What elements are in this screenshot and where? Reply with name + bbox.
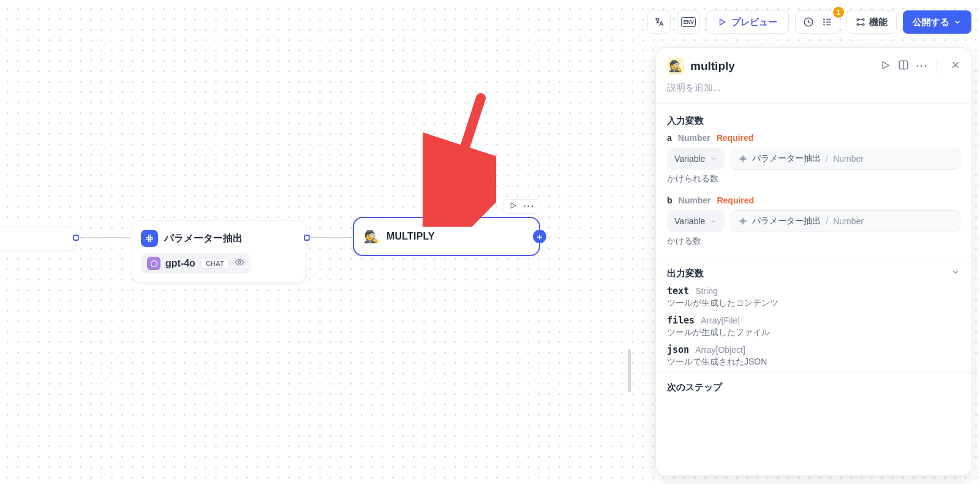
variable-reference-input[interactable]: パラメーター抽出 / Number: [731, 210, 960, 232]
model-icon: [147, 257, 160, 270]
node-toolbar: ···: [502, 199, 541, 214]
svg-point-5: [151, 260, 157, 267]
model-chip[interactable]: gpt-4o CHAT: [141, 253, 251, 274]
notification-badge: 1: [833, 7, 844, 18]
next-step-section: 次のステップ: [656, 373, 971, 412]
svg-point-1: [857, 19, 859, 21]
variable-mode-dropdown[interactable]: Variable: [667, 210, 725, 232]
panel-scrollbar[interactable]: [628, 349, 631, 392]
svg-point-3: [862, 19, 864, 21]
inspector-panel: 🕵️ multiply ··· 説明を追加... 入力変数 a Number R…: [655, 47, 972, 476]
input-help: かける数: [667, 236, 960, 247]
run-node-icon[interactable]: [509, 201, 517, 212]
env-button[interactable]: ENV: [677, 10, 700, 34]
model-name: gpt-4o: [165, 258, 195, 269]
input-row-b: b Number Required Variable パラメーター抽出 / Nu…: [667, 195, 960, 247]
svg-point-6: [238, 261, 241, 263]
outputs-section: 出力変数 textString ツールが生成したコンテンツ filesArray…: [656, 257, 971, 372]
node-parameter-extraction[interactable]: パラメーター抽出 gpt-4o CHAT: [132, 221, 306, 283]
description-input[interactable]: 説明を追加...: [656, 78, 971, 104]
svg-point-4: [862, 24, 864, 26]
add-downstream-button[interactable]: +: [533, 230, 546, 243]
outputs-heading: 出力変数: [667, 268, 704, 279]
variable-mode-dropdown[interactable]: Variable: [667, 148, 725, 170]
annotation-arrow: [423, 92, 496, 227]
edge: [78, 237, 130, 238]
output-text: textString ツールが生成したコンテンツ: [667, 285, 960, 309]
more-node-icon[interactable]: ···: [523, 201, 535, 212]
output-json: jsonArray[Object] ツールで生成されたJSON: [667, 344, 960, 368]
close-icon[interactable]: [951, 60, 960, 72]
node-start[interactable]: [0, 227, 77, 251]
input-row-a: a Number Required Variable パラメーター抽出 / Nu…: [667, 133, 960, 184]
panel-title: multiply: [690, 59, 735, 73]
history-checklist-button[interactable]: 1: [795, 10, 840, 34]
output-files: filesArray[File] ツールが生成したファイル: [667, 315, 960, 338]
publish-button[interactable]: 公開する: [903, 10, 971, 34]
next-step-heading: 次のステップ: [667, 382, 960, 393]
inputs-section: 入力変数 a Number Required Variable パラメーター抽出: [656, 104, 971, 252]
svg-point-2: [857, 24, 859, 26]
node-title: パラメーター抽出: [164, 232, 243, 245]
chat-mode-tag: CHAT: [200, 258, 230, 269]
panel-icon: 🕵️: [667, 58, 684, 75]
input-help: かけられる数: [667, 173, 960, 184]
docs-icon[interactable]: [898, 59, 909, 73]
top-toolbar: ENV プレビュー 1 機能 公開する: [647, 10, 971, 34]
edge: [309, 237, 352, 238]
extraction-icon: [141, 230, 158, 247]
translate-button[interactable]: [647, 10, 671, 34]
node-title: MULTIPLY: [386, 231, 435, 242]
run-icon[interactable]: [880, 60, 891, 73]
variable-reference-input[interactable]: パラメーター抽出 / Number: [731, 148, 960, 170]
visibility-icon: [235, 257, 244, 270]
more-icon[interactable]: ···: [916, 61, 928, 72]
tool-emoji-icon: 🕵️: [364, 229, 379, 244]
features-button[interactable]: 機能: [846, 10, 897, 34]
preview-button[interactable]: プレビュー: [706, 10, 789, 34]
inputs-heading: 入力変数: [667, 115, 960, 127]
collapse-icon[interactable]: [951, 267, 960, 279]
